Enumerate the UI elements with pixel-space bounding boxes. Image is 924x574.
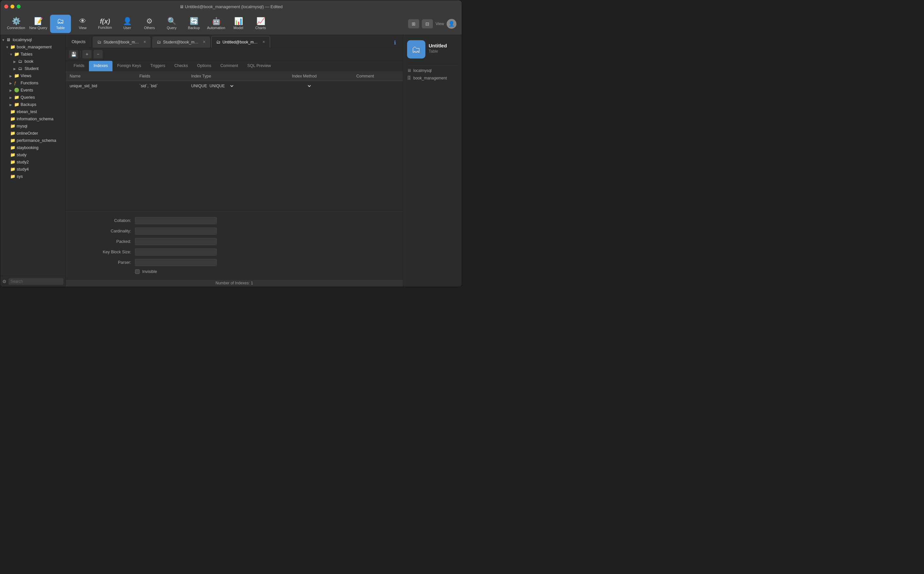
- toolbar-others[interactable]: ⚙ Others: [139, 15, 160, 33]
- sidebar-bottom: ⚙: [0, 276, 65, 287]
- view-toggle-1[interactable]: ⊞: [408, 19, 419, 28]
- parser-input[interactable]: [135, 259, 217, 266]
- minimize-button[interactable]: [11, 5, 14, 8]
- foreign-keys-label: Foreign Keys: [117, 63, 141, 68]
- sidebar-item-tables[interactable]: ▼ 📁 Tables: [0, 50, 65, 58]
- sidebar-item-sys[interactable]: 📁 sys: [0, 173, 65, 180]
- search-input[interactable]: [8, 278, 63, 285]
- tab-options[interactable]: Options: [192, 61, 216, 71]
- sidebar-item-staybooking[interactable]: 📁 staybooking: [0, 144, 65, 151]
- sidebar-item-localmysql[interactable]: ▼ 🖥 localmysql: [0, 36, 65, 44]
- maximize-button[interactable]: [17, 5, 20, 8]
- toolbar-new-query[interactable]: 📝 New Query: [28, 15, 49, 33]
- view-right-label: View: [435, 22, 444, 26]
- folder-icon-backups: 📁: [14, 102, 19, 107]
- sidebar-item-views[interactable]: ▶ 📁 Views: [0, 72, 65, 79]
- sidebar-item-study4[interactable]: 📁 study4: [0, 166, 65, 173]
- prop-row-key-block-size: Key Block Size:: [92, 248, 377, 255]
- toolbar-backup[interactable]: 🔄 Backup: [183, 15, 204, 33]
- sidebar-item-book[interactable]: ▶ 🗂 book: [0, 58, 65, 65]
- sidebar-item-events[interactable]: ▶ 🟢 Events: [0, 87, 65, 94]
- toolbar-divider: [80, 51, 80, 58]
- tab-foreign-keys[interactable]: Foreign Keys: [112, 61, 146, 71]
- charts-icon: 📈: [256, 17, 265, 25]
- db-icon-study: 📁: [10, 152, 15, 158]
- traffic-lights: [4, 5, 20, 8]
- tab-comment[interactable]: Comment: [216, 61, 243, 71]
- index-type-select[interactable]: UNIQUE INDEX FULLTEXT SPATIAL: [208, 84, 235, 88]
- tab-fields[interactable]: Fields: [69, 61, 89, 71]
- toolbar-function[interactable]: f(x) Function: [95, 15, 115, 33]
- arrow-localmysql: ▼: [2, 38, 6, 42]
- add-row-button[interactable]: ＋: [82, 50, 91, 58]
- sidebar-tree[interactable]: ▼ 🖥 localmysql ▼ 📁 book_management ▼ 📁 T…: [0, 35, 65, 276]
- info-table-icon: 🗂: [407, 40, 426, 58]
- key-block-size-input[interactable]: [135, 248, 217, 255]
- arrow-queries: ▶: [9, 96, 14, 99]
- avatar[interactable]: 👤: [447, 19, 456, 29]
- packed-input[interactable]: [135, 238, 217, 245]
- index-table: Name Fields Index Type Index Method Comm…: [66, 72, 403, 91]
- view-toggle-2[interactable]: ⊟: [422, 19, 433, 28]
- tab-student2[interactable]: 🗂 Student@book_manage... ✕: [152, 36, 211, 48]
- db-icon-online-order: 📁: [10, 131, 15, 136]
- info-button[interactable]: ℹ: [390, 37, 400, 48]
- toolbar-charts[interactable]: 📈 Charts: [250, 15, 271, 33]
- toolbar-query[interactable]: 🔍 Query: [161, 15, 182, 33]
- sidebar-item-functions[interactable]: ▶ ƒ Functions: [0, 79, 65, 87]
- tab-sql-preview[interactable]: SQL Preview: [243, 61, 275, 71]
- toolbar-automation[interactable]: 🤖 Automation: [206, 15, 227, 33]
- row-index-type: UNIQUE UNIQUE INDEX FULLTEXT SPATIAL: [188, 81, 288, 91]
- invisible-checkbox[interactable]: [135, 270, 140, 274]
- sidebar-item-queries[interactable]: ▶ 📁 Queries: [0, 94, 65, 101]
- close-button[interactable]: [4, 5, 8, 8]
- table-row[interactable]: unique_sid_bid `sid`, `bid` UNIQUE UNIQU…: [66, 81, 403, 91]
- query-icon: 🔍: [167, 17, 176, 25]
- backup-label: Backup: [188, 26, 200, 30]
- invisible-row: Invisible: [92, 270, 377, 274]
- study4-label: study4: [17, 167, 29, 172]
- sidebar-item-study[interactable]: 📁 study: [0, 151, 65, 159]
- toolbar-table[interactable]: 🗂 Table: [50, 15, 71, 33]
- sidebar-item-student[interactable]: ▶ 🗂 Student: [0, 65, 65, 72]
- sidebar-item-ebean-test[interactable]: 📁 ebean_test: [0, 108, 65, 115]
- sidebar-item-online-order[interactable]: 📁 onlineOrder: [0, 130, 65, 137]
- toolbar-user[interactable]: 👤 User: [117, 15, 138, 33]
- tab-triggers[interactable]: Triggers: [146, 61, 170, 71]
- remove-row-button[interactable]: －: [93, 50, 102, 58]
- table-icon-student: 🗂: [18, 66, 23, 71]
- sidebar-settings-icon[interactable]: ⚙: [2, 279, 6, 284]
- index-table-area[interactable]: Name Fields Index Type Index Method Comm…: [66, 72, 403, 211]
- others-icon: ⚙: [146, 17, 153, 25]
- tab-close-student1[interactable]: ✕: [143, 40, 146, 44]
- collation-input[interactable]: [135, 217, 217, 224]
- sidebar-item-mysql[interactable]: 📁 mysql: [0, 123, 65, 130]
- tab-label-untitled: Untitled@book_manage...: [222, 40, 259, 44]
- tab-untitled[interactable]: 🗂 Untitled@book_manage... ✕: [211, 36, 270, 48]
- db-icon-info: 📁: [10, 117, 15, 121]
- tab-objects[interactable]: Objects: [66, 36, 91, 48]
- sidebar-item-performance-schema[interactable]: 📁 performance_schema: [0, 137, 65, 144]
- table-label: Table: [56, 26, 65, 30]
- toolbar-model[interactable]: 📊 Model: [228, 15, 249, 33]
- content-area: Objects 🗂 Student@book_manage... ✕ 🗂 Stu…: [66, 35, 403, 287]
- tab-student1[interactable]: 🗂 Student@book_manage... ✕: [92, 36, 151, 48]
- index-method-select[interactable]: BTREE HASH: [292, 84, 312, 88]
- titlebar: 🖥 Untitled@book_management (localmysql) …: [0, 0, 462, 13]
- save-button[interactable]: 💾: [69, 50, 78, 58]
- sidebar-item-study2[interactable]: 📁 study2: [0, 159, 65, 166]
- sidebar-item-book-management[interactable]: ▼ 📁 book_management: [0, 44, 65, 50]
- col-index-method: Index Method: [288, 72, 352, 81]
- sidebar-item-information-schema[interactable]: 📁 information_schema: [0, 115, 65, 123]
- cardinality-input[interactable]: [135, 227, 217, 235]
- user-icon: 👤: [123, 17, 132, 25]
- tab-indexes[interactable]: Indexes: [89, 61, 112, 71]
- sidebar-item-backups[interactable]: ▶ 📁 Backups: [0, 101, 65, 108]
- db-icon-mysql: 📁: [10, 123, 15, 129]
- tab-close-untitled[interactable]: ✕: [262, 40, 265, 44]
- toolbar-connection[interactable]: ⚙️ Connection: [6, 15, 27, 33]
- tab-checks[interactable]: Checks: [170, 61, 192, 71]
- server-icon: 🖥: [6, 37, 11, 43]
- toolbar-view[interactable]: 👁 View: [72, 15, 93, 33]
- tab-close-student2[interactable]: ✕: [203, 40, 206, 44]
